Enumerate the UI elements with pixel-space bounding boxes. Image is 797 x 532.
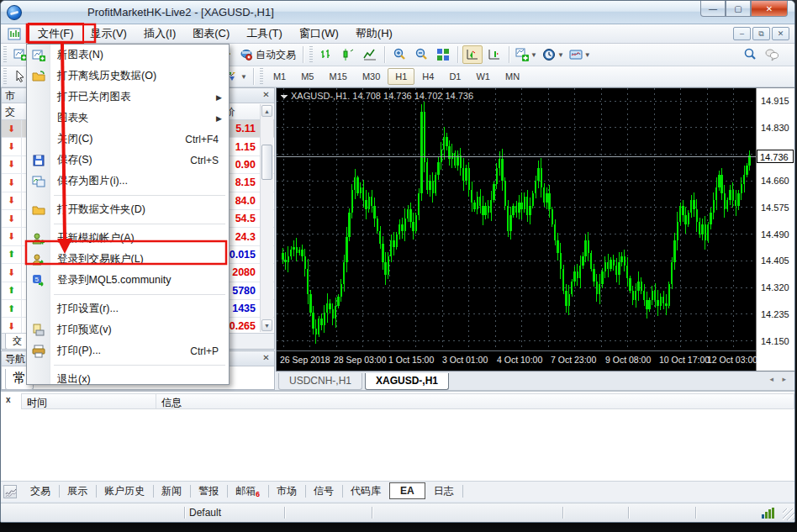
menu-separator [27,192,229,199]
scroll-down-icon[interactable]: ▼ [261,319,272,331]
window-controls: — ▢ ✕ [700,1,788,17]
file-menu-item[interactable]: 保存(S)Ctrl+S [27,150,229,171]
account-login-icon [32,253,45,266]
timeframe-m5[interactable]: M5 [293,68,321,85]
zoom-out-button[interactable] [411,45,431,64]
child-minimize-button[interactable]: – [733,27,751,40]
menu-file[interactable]: 文件(F) [29,24,82,43]
candlestick-button[interactable] [338,45,358,64]
ticker-icon[interactable] [3,485,17,498]
terminal-close-icon[interactable]: x [6,395,11,404]
chart-autoscroll-button[interactable] [484,45,504,64]
timeframe-m15[interactable]: M15 [321,68,354,85]
terminal-tab-账户历史[interactable]: 账户历史 [96,482,153,500]
tab-scroll-arrows[interactable]: ◂ ▸ [763,372,795,386]
navigator-close-icon[interactable]: ✕ [261,353,272,362]
message-column-header[interactable]: 信息 [156,394,794,408]
indicators-button[interactable]: ▼ [514,45,539,64]
file-menu-item[interactable]: 新图表(N) [27,45,229,66]
terminal-tab-市场[interactable]: 市场 [268,482,305,500]
chart-tab-xagusd-h1[interactable]: XAGUSD-,H1 [365,373,449,390]
app-logo-icon [7,5,22,20]
minimize-button[interactable]: — [700,1,726,17]
toolbar-separator [253,68,254,85]
timeframe-h1[interactable]: H1 [388,68,414,85]
templates-button[interactable]: ▼ [567,45,593,64]
price-chart[interactable]: 14.91514.83014.74514.66014.57514.49014.4… [276,87,795,371]
toolbar-grip[interactable] [260,68,263,85]
terminal-journal-body [21,409,794,479]
svg-text:14.660: 14.660 [761,176,789,186]
bar-chart-button[interactable] [316,45,336,64]
profile-status[interactable]: Default [189,507,221,519]
terminal-tab-代码库[interactable]: 代码库 [342,482,389,500]
line-chart-button[interactable] [360,45,380,64]
scroll-up-icon[interactable]: ▲ [261,105,272,117]
chart-shift-button[interactable] [462,45,483,64]
statusbar-divider [695,507,696,519]
file-menu-item[interactable]: 退出(x) [27,369,229,390]
autotrading-button[interactable]: 自动交易 [236,48,299,62]
file-menu-item[interactable]: 打开已关闭图表▶ [27,87,229,108]
resize-grip[interactable] [783,508,794,520]
market-watch-scrollbar[interactable]: ▲ ▼ [260,104,273,332]
menu-item-2[interactable]: 插入(I) [135,24,184,43]
file-menu-item[interactable]: 打开离线历史数据(O) [27,66,229,87]
periods-button[interactable]: ▼ [541,45,566,64]
timeframe-m30[interactable]: M30 [355,68,388,85]
toolbar-grip[interactable] [3,46,7,63]
file-menu-item[interactable]: 关闭(C)Ctrl+F4 [27,129,229,150]
child-restore-button[interactable]: ⧉ [752,27,770,40]
chat-button[interactable] [762,45,782,64]
menu-item-4[interactable]: 工具(T) [238,24,291,43]
submenu-arrow-icon: ▶ [216,93,229,102]
timeframe-w1[interactable]: W1 [468,68,498,85]
zoom-in-button[interactable] [389,45,409,64]
toolbar-grip[interactable] [309,46,313,63]
terminal-tab-bar: 交易展示账户历史新闻警报邮箱6市场信号代码库EA日志 [1,481,795,501]
terminal-tab-ea[interactable]: EA [389,482,425,499]
file-menu-item[interactable]: 保存为图片(i)... [27,171,229,192]
market-watch-close-icon[interactable]: ✕ [261,90,272,99]
terminal-tab-日志[interactable]: 日志 [425,482,462,500]
toolbar-separator [509,46,509,63]
file-menu-item[interactable]: 5登录到MQL5.community [27,270,229,291]
file-menu-item[interactable]: 打印(P)...Ctrl+P [27,340,229,361]
price-down-icon: ⬇ [2,138,22,155]
terminal-tab-信号[interactable]: 信号 [305,482,342,500]
timeframe-d1[interactable]: D1 [441,68,468,85]
child-close-button[interactable]: ✕ [772,27,789,40]
file-menu-item[interactable]: 登录到交易账户(L) [27,249,229,270]
menu-item-1[interactable]: 显示(V) [82,24,135,43]
file-menu-item[interactable]: 打印设置(r)... [27,298,229,319]
menu-item-6[interactable]: 帮助(H) [347,24,401,43]
file-menu-item[interactable]: 打印预览(v) [27,319,229,340]
timeframe-mn[interactable]: MN [498,68,527,85]
print-preview-icon [32,324,45,337]
autotrade-icon [240,48,253,61]
close-button[interactable]: ✕ [751,1,788,17]
file-menu-item[interactable]: 图表夹▶ [27,108,229,129]
chart-panel: 14.91514.83014.74514.66014.57514.49014.4… [276,87,795,390]
timeframe-m1[interactable]: M1 [266,68,293,85]
file-menu-item[interactable]: 开新模拟帐户(A) [27,228,229,249]
toolbar-grip[interactable] [3,68,7,85]
save-icon [32,154,45,167]
file-menu-item[interactable]: 打开数据文件夹(D) [27,199,229,220]
menu-item-5[interactable]: 窗口(W) [291,24,347,43]
chart-tab-usdcnh-h1[interactable]: USDCNH-,H1 [278,373,362,390]
terminal-tab-交易[interactable]: 交易 [22,482,59,500]
terminal-tab-警报[interactable]: 警报 [190,482,227,500]
terminal-tab-邮箱[interactable]: 邮箱6 [227,482,268,500]
terminal-tab-展示[interactable]: 展示 [59,482,96,500]
restore-button[interactable]: ▢ [726,1,751,17]
terminal-tab-新闻[interactable]: 新闻 [153,482,190,500]
chart-window-icon[interactable] [8,28,21,40]
svg-text:14.405: 14.405 [761,255,789,266]
scrollbar-thumb[interactable] [261,145,272,180]
menu-item-3[interactable]: 图表(C) [184,24,238,43]
time-column-header[interactable]: 时间 [22,394,156,408]
tile-windows-button[interactable] [433,45,453,64]
search-button[interactable] [740,45,760,64]
timeframe-h4[interactable]: H4 [414,68,441,85]
